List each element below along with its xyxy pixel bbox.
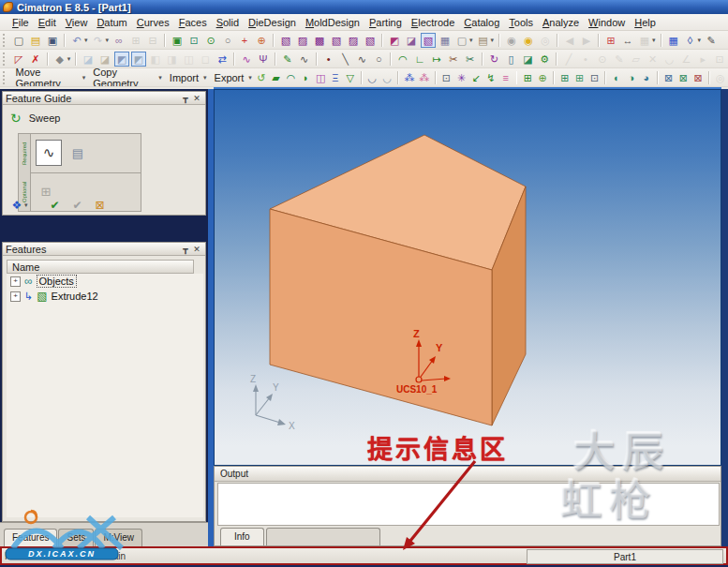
pin-icon[interactable]: ┳: [180, 245, 191, 254]
trim-button[interactable]: ✂: [446, 52, 461, 67]
section-contour-slot[interactable]: ∿: [36, 140, 62, 166]
menu-parting[interactable]: Parting: [364, 15, 407, 30]
mid-surface-button[interactable]: Ξ: [329, 70, 342, 85]
blend-surface-button[interactable]: ◠: [285, 70, 298, 85]
right-view-button[interactable]: ▧: [329, 33, 344, 48]
import-button-dropdown[interactable]: ▾: [203, 74, 207, 82]
menu-faces[interactable]: Faces: [174, 15, 212, 30]
tree-row-extrude[interactable]: + ↳ ▧ Extrude12: [7, 289, 203, 304]
spline-button[interactable]: ∿: [354, 52, 369, 67]
tree-item-label[interactable]: Extrude12: [52, 291, 98, 302]
undo-button-dropdown[interactable]: ▾: [84, 37, 88, 44]
new-button[interactable]: ▢: [11, 33, 26, 48]
menu-view[interactable]: View: [61, 15, 93, 30]
pick-filter-button-dropdown[interactable]: ▾: [67, 55, 71, 63]
tree-column-header[interactable]: Name: [7, 260, 194, 274]
toolbar-grip[interactable]: [3, 52, 7, 66]
isometric-view-button[interactable]: ▧: [278, 33, 293, 48]
tab-mview[interactable]: M:View: [95, 529, 142, 546]
display-mode-button[interactable]: ▢: [454, 33, 469, 48]
filter-faces-button[interactable]: ◩: [114, 52, 129, 67]
tab-features[interactable]: Features: [4, 529, 57, 546]
graphics-viewport[interactable]: Z Y UCS10_1 Z Y X: [214, 89, 721, 466]
instance-button[interactable]: ⊡: [588, 70, 602, 85]
render-options-button-dropdown[interactable]: ▾: [491, 37, 495, 44]
split-button[interactable]: ⊠: [662, 70, 676, 85]
cancel-button[interactable]: ⊠: [92, 198, 109, 213]
offset-face-button[interactable]: ↯: [484, 70, 498, 85]
link-copy-button[interactable]: ∞: [111, 33, 126, 48]
menu-edit[interactable]: Edit: [34, 15, 61, 30]
trim-solid-button[interactable]: ⊠: [676, 70, 690, 85]
transform-3d-button[interactable]: ✳: [454, 70, 468, 85]
chain-pick-button[interactable]: ∿: [239, 52, 254, 67]
funnel-surface-button[interactable]: ▽: [344, 70, 357, 85]
open-button[interactable]: ▤: [28, 33, 43, 48]
redo-button-dropdown[interactable]: ▾: [106, 37, 110, 44]
menu-electrode[interactable]: Electrode: [407, 15, 459, 30]
options-form-icon[interactable]: ▤: [67, 142, 88, 163]
mirror-surface-button[interactable]: ◫: [314, 70, 327, 85]
color-table-button[interactable]: ▦: [666, 33, 681, 48]
tree-item-label[interactable]: Objects: [37, 275, 77, 288]
tab-info[interactable]: Info: [220, 528, 264, 545]
render-options-button[interactable]: ▤: [476, 33, 491, 48]
explode-button[interactable]: ⁂: [403, 70, 416, 85]
expand-icon[interactable]: +: [10, 276, 21, 287]
save-button[interactable]: ▣: [45, 33, 60, 48]
close-icon[interactable]: ✕: [191, 245, 202, 254]
sketcher-button[interactable]: ✎: [280, 52, 295, 67]
attach-button-dropdown[interactable]: ▾: [652, 37, 656, 44]
ok-button[interactable]: ✔: [47, 198, 64, 213]
menu-help[interactable]: Help: [630, 15, 661, 30]
zoom-all-button[interactable]: ▣: [170, 33, 185, 48]
select-region-button[interactable]: ⊡: [440, 70, 453, 85]
move-geometry-button[interactable]: Move Geometry: [11, 68, 82, 87]
menu-solid[interactable]: Solid: [212, 15, 244, 30]
copy-geometry-button[interactable]: Copy Geometry: [88, 68, 158, 87]
shell-button[interactable]: ≡: [499, 70, 513, 85]
box-model[interactable]: [270, 135, 526, 425]
pan-button[interactable]: +: [237, 33, 252, 48]
add-part-button[interactable]: ⊕: [536, 70, 549, 85]
sweep-surface-button[interactable]: ◗: [299, 70, 312, 85]
extend-button[interactable]: ↦: [429, 52, 444, 67]
unstitch-button[interactable]: ◡: [380, 70, 394, 85]
menu-catalog[interactable]: Catalog: [459, 15, 504, 30]
pick-button[interactable]: ◸: [11, 52, 26, 67]
menu-diedesign[interactable]: DieDesign: [244, 15, 301, 30]
unfold-button[interactable]: ◪: [520, 52, 535, 67]
entity-colors-button[interactable]: ⊞: [603, 33, 618, 48]
export-button[interactable]: Export: [210, 71, 249, 84]
toolbar-grip[interactable]: [3, 34, 7, 47]
unpick-all-button[interactable]: ✗: [28, 52, 43, 67]
curve-doctor-button[interactable]: ⚙: [537, 52, 552, 67]
textured-view-button[interactable]: ▦: [438, 33, 453, 48]
filter-edges-button[interactable]: ◪: [81, 52, 96, 67]
stitch-button[interactable]: ◡: [366, 70, 379, 85]
view-manager-button[interactable]: ◪: [404, 33, 419, 48]
copy-sheet-button[interactable]: ⊞: [558, 70, 572, 85]
pin-icon[interactable]: ┳: [180, 94, 191, 103]
light-off-button[interactable]: ◉: [504, 33, 519, 48]
title-bar[interactable]: Cimatron E 8.5 - [Part1]: [0, 0, 728, 14]
menu-tools[interactable]: Tools: [504, 15, 538, 30]
menu-file[interactable]: File: [7, 15, 34, 30]
new-part-button[interactable]: ⊞: [521, 70, 534, 85]
light-on-button[interactable]: ◉: [521, 33, 536, 48]
corner-button[interactable]: ∟: [412, 52, 427, 67]
fillet-curve-button[interactable]: ◠: [395, 52, 410, 67]
boolean-add-button[interactable]: ◐: [610, 70, 623, 85]
zoom-in-out-button[interactable]: ⊙: [203, 33, 218, 48]
back-view-button[interactable]: ▨: [346, 33, 361, 48]
move-geometry-button-dropdown[interactable]: ▾: [82, 74, 86, 82]
top-view-button[interactable]: ▩: [312, 33, 327, 48]
paste-sheet-button[interactable]: ⊞: [573, 70, 587, 85]
display-mode-button-dropdown[interactable]: ▾: [469, 37, 473, 44]
composite-curve-button[interactable]: ∿: [297, 52, 312, 67]
front-view-button[interactable]: ▨: [295, 33, 310, 48]
bottom-view-button[interactable]: ▧: [363, 33, 378, 48]
boolean-intersect-button[interactable]: ◕: [640, 70, 653, 85]
expand-icon[interactable]: +: [10, 291, 21, 302]
rotate-view-button[interactable]: ⊕: [254, 33, 269, 48]
